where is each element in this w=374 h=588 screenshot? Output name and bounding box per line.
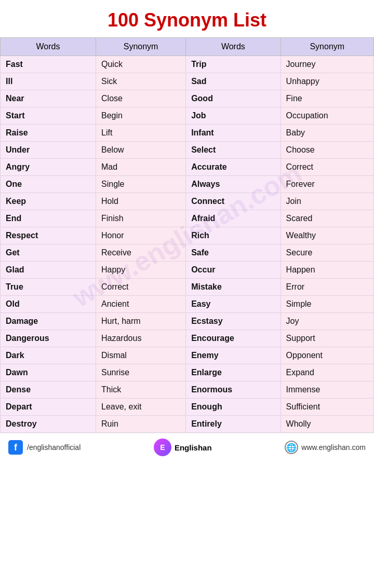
synonym-cell: Hazardous bbox=[96, 330, 186, 347]
word-cell: One bbox=[1, 176, 96, 193]
table-row: DarkDismalEnemyOpponent bbox=[1, 347, 374, 364]
table-row: FastQuickTripJourney bbox=[1, 56, 374, 73]
table-row: TrueCorrectMistakeError bbox=[1, 279, 374, 296]
word-cell: Mistake bbox=[186, 279, 280, 296]
synonym-cell: Happy bbox=[96, 262, 186, 279]
word-cell: Infant bbox=[186, 125, 280, 142]
word-cell: Occur bbox=[186, 262, 280, 279]
table-row: DestroyRuinEntirelyWholly bbox=[1, 416, 374, 433]
table-row: StartBeginJobOccupation bbox=[1, 107, 374, 125]
synonym-cell: Receive bbox=[96, 244, 186, 262]
table-row: GetReceiveSafeSecure bbox=[1, 244, 374, 262]
synonym-cell: Support bbox=[280, 330, 373, 347]
word-cell: Dense bbox=[1, 381, 96, 399]
facebook-handle: /englishanofficial bbox=[27, 443, 81, 452]
brand-name: Englishan bbox=[175, 443, 212, 452]
word-cell: Always bbox=[186, 176, 280, 193]
synonym-cell: Expand bbox=[280, 364, 373, 381]
synonym-cell: Begin bbox=[96, 107, 186, 125]
synonym-cell: Opponent bbox=[280, 347, 373, 364]
word-cell: Enormous bbox=[186, 381, 280, 399]
word-cell: Dark bbox=[1, 347, 96, 364]
synonym-cell: Secure bbox=[280, 244, 373, 262]
word-cell: Keep bbox=[1, 193, 96, 210]
synonym-cell: Sufficient bbox=[280, 399, 373, 416]
table-row: KeepHoldConnectJoin bbox=[1, 193, 374, 210]
website-url: www.englishan.com bbox=[301, 443, 366, 452]
synonym-cell: Joy bbox=[280, 313, 373, 330]
word-cell: Near bbox=[1, 90, 96, 107]
synonym-cell: Correct bbox=[96, 279, 186, 296]
footer-website[interactable]: 🌐 www.englishan.com bbox=[285, 441, 366, 454]
table-row: OneSingleAlwaysForever bbox=[1, 176, 374, 193]
word-cell: Under bbox=[1, 142, 96, 159]
synonym-cell: Thick bbox=[96, 381, 186, 399]
word-cell: Encourage bbox=[186, 330, 280, 347]
col-words-1: Words bbox=[1, 38, 96, 56]
word-cell: Glad bbox=[1, 262, 96, 279]
synonym-table: Words Synonym Words Synonym FastQuickTri… bbox=[0, 37, 374, 433]
word-cell: Accurate bbox=[186, 159, 280, 176]
word-cell: True bbox=[1, 279, 96, 296]
synonym-cell: Join bbox=[280, 193, 373, 210]
table-row: RespectHonorRichWealthy bbox=[1, 227, 374, 244]
synonym-cell: Wholly bbox=[280, 416, 373, 433]
synonym-cell: Leave, exit bbox=[96, 399, 186, 416]
synonym-cell: Occupation bbox=[280, 107, 373, 125]
word-cell: Depart bbox=[1, 399, 96, 416]
synonym-cell: Mad bbox=[96, 159, 186, 176]
table-row: DepartLeave, exitEnoughSufficient bbox=[1, 399, 374, 416]
word-cell: Select bbox=[186, 142, 280, 159]
table-row: AngryMadAccurateCorrect bbox=[1, 159, 374, 176]
word-cell: End bbox=[1, 210, 96, 227]
table-row: DenseThickEnormousImmense bbox=[1, 381, 374, 399]
table-row: EndFinishAfraidScared bbox=[1, 210, 374, 227]
col-synonym-2: Synonym bbox=[280, 38, 373, 56]
col-synonym-1: Synonym bbox=[96, 38, 186, 56]
table-row: DamageHurt, harmEcstasyJoy bbox=[1, 313, 374, 330]
word-cell: Dangerous bbox=[1, 330, 96, 347]
table-row: OldAncientEasySimple bbox=[1, 296, 374, 313]
synonym-cell: Quick bbox=[96, 56, 186, 73]
word-cell: Ill bbox=[1, 73, 96, 90]
synonym-cell: Ancient bbox=[96, 296, 186, 313]
synonym-cell: Journey bbox=[280, 56, 373, 73]
footer: f /englishanofficial E Englishan 🌐 www.e… bbox=[0, 433, 374, 461]
word-cell: Ecstasy bbox=[186, 313, 280, 330]
word-cell: Enough bbox=[186, 399, 280, 416]
brand-logo: E bbox=[154, 439, 171, 456]
globe-icon: 🌐 bbox=[285, 441, 298, 454]
synonym-cell: Finish bbox=[96, 210, 186, 227]
word-cell: Get bbox=[1, 244, 96, 262]
table-row: IllSickSadUnhappy bbox=[1, 73, 374, 90]
table-row: UnderBelowSelectChoose bbox=[1, 142, 374, 159]
facebook-icon: f bbox=[8, 440, 23, 455]
synonym-cell: Sick bbox=[96, 73, 186, 90]
word-cell: Respect bbox=[1, 227, 96, 244]
table-row: RaiseLiftInfantBaby bbox=[1, 125, 374, 142]
word-cell: Dawn bbox=[1, 364, 96, 381]
table-body: FastQuickTripJourneyIllSickSadUnhappyNea… bbox=[1, 56, 374, 433]
table-row: DangerousHazardousEncourageSupport bbox=[1, 330, 374, 347]
table-row: DawnSunriseEnlargeExpand bbox=[1, 364, 374, 381]
synonym-cell: Lift bbox=[96, 125, 186, 142]
synonym-cell: Wealthy bbox=[280, 227, 373, 244]
synonym-cell: Error bbox=[280, 279, 373, 296]
word-cell: Fast bbox=[1, 56, 96, 73]
footer-facebook[interactable]: f /englishanofficial bbox=[8, 440, 81, 455]
word-cell: Rich bbox=[186, 227, 280, 244]
footer-brand[interactable]: E Englishan bbox=[154, 439, 212, 456]
word-cell: Connect bbox=[186, 193, 280, 210]
page-title: 100 Synonym List bbox=[0, 0, 374, 37]
word-cell: Damage bbox=[1, 313, 96, 330]
synonym-cell: Fine bbox=[280, 90, 373, 107]
word-cell: Afraid bbox=[186, 210, 280, 227]
synonym-cell: Forever bbox=[280, 176, 373, 193]
word-cell: Good bbox=[186, 90, 280, 107]
synonym-cell: Dismal bbox=[96, 347, 186, 364]
synonym-cell: Below bbox=[96, 142, 186, 159]
word-cell: Raise bbox=[1, 125, 96, 142]
table-row: GladHappyOccurHappen bbox=[1, 262, 374, 279]
synonym-cell: Honor bbox=[96, 227, 186, 244]
synonym-cell: Close bbox=[96, 90, 186, 107]
